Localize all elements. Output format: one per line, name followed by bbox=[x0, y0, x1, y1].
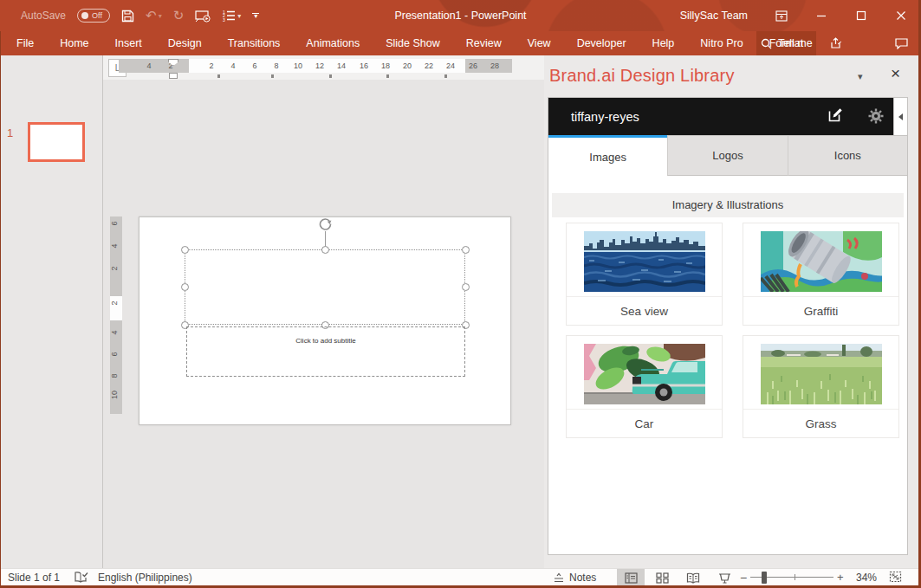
zoom-slider-thumb[interactable] bbox=[762, 572, 767, 584]
slide-show-button[interactable] bbox=[710, 569, 738, 586]
zoom-level[interactable]: 34% bbox=[856, 569, 877, 586]
collapse-pane-button[interactable] bbox=[893, 98, 907, 135]
ruler-number: 4 bbox=[110, 330, 122, 334]
save-icon[interactable] bbox=[121, 10, 134, 23]
ruler-tick bbox=[444, 74, 447, 78]
zoom-out-button[interactable]: − bbox=[740, 569, 747, 586]
svg-text:3: 3 bbox=[223, 17, 225, 23]
close-button[interactable] bbox=[886, 0, 916, 31]
workspace: 1 L 4 2 2 4 6 8 10 12 14 16 18 20 22 24 bbox=[0, 55, 921, 568]
normal-view-button[interactable] bbox=[617, 569, 645, 586]
ruler-row: L 4 2 2 4 6 8 10 12 14 16 18 20 22 24 26… bbox=[103, 55, 544, 80]
task-pane-title: Brand.ai Design Library bbox=[549, 66, 735, 86]
ruler-number: 24 bbox=[446, 59, 455, 73]
tab-icons[interactable]: Icons bbox=[788, 135, 907, 176]
tab-nitro-pro[interactable]: Nitro Pro bbox=[687, 31, 756, 55]
language-status[interactable]: English (Philippines) bbox=[98, 569, 192, 586]
customize-qat-icon[interactable]: ▾ bbox=[252, 13, 259, 18]
ribbon-display-options-icon[interactable] bbox=[767, 0, 796, 31]
tab-transitions[interactable]: Transitions bbox=[215, 31, 294, 55]
comment-icon[interactable] bbox=[895, 31, 908, 55]
task-pane-content: tiffany-reyes Images Lo bbox=[548, 97, 908, 555]
slide-counter[interactable]: Slide 1 of 1 bbox=[8, 569, 60, 586]
notes-icon[interactable] bbox=[553, 572, 565, 586]
left-indent-marker[interactable] bbox=[169, 73, 178, 79]
ruler-number: 20 bbox=[403, 59, 412, 73]
edit-icon[interactable] bbox=[827, 107, 843, 126]
resize-handle-nw[interactable] bbox=[181, 246, 189, 254]
status-bar: Slide 1 of 1 English (Philippines) Notes… bbox=[0, 568, 921, 585]
fit-to-window-icon[interactable] bbox=[889, 571, 902, 585]
autosave-state: Off bbox=[92, 11, 102, 20]
subtitle-prompt: Click to add subtitle bbox=[295, 337, 355, 345]
resize-handle-e[interactable] bbox=[462, 283, 470, 291]
tab-animations[interactable]: Animations bbox=[293, 31, 373, 55]
tab-help[interactable]: Help bbox=[639, 31, 688, 55]
tab-design[interactable]: Design bbox=[155, 31, 215, 55]
tab-home[interactable]: Home bbox=[47, 31, 101, 55]
ruler-number: 4 bbox=[146, 59, 151, 73]
autosave-label: AutoSave bbox=[21, 10, 66, 22]
tab-developer[interactable]: Developer bbox=[564, 31, 639, 55]
chevron-down-icon[interactable]: ▾ bbox=[858, 71, 863, 82]
zoom-slider-midpoint bbox=[795, 574, 795, 580]
reading-view-button[interactable] bbox=[679, 569, 707, 586]
quick-access-toolbar: AutoSave Off ↶▾ ↻ 123 ▾ ▾ bbox=[21, 0, 259, 31]
ruler-number: 14 bbox=[337, 59, 346, 73]
resize-handle-n[interactable] bbox=[321, 246, 329, 254]
ruler-number: 4 bbox=[230, 59, 235, 73]
numbered-list-icon[interactable]: 123 ▾ bbox=[222, 10, 241, 22]
ruler-number: 22 bbox=[425, 59, 433, 73]
slide-thumbnail-pane[interactable]: 1 bbox=[0, 55, 103, 568]
tab-logos[interactable]: Logos bbox=[667, 135, 788, 176]
tab-images[interactable]: Images bbox=[548, 135, 667, 176]
ruler-number: 12 bbox=[315, 59, 324, 73]
resize-handle-ne[interactable] bbox=[462, 246, 470, 254]
title-bar: AutoSave Off ↶▾ ↻ 123 ▾ ▾ Presentation1 … bbox=[0, 0, 921, 31]
account-name[interactable]: SillySac Team bbox=[680, 0, 748, 31]
card-label: Grass bbox=[743, 409, 898, 437]
ruler-tick bbox=[329, 74, 332, 78]
rotate-handle-icon[interactable] bbox=[318, 216, 333, 231]
subtitle-placeholder[interactable]: Click to add subtitle bbox=[186, 326, 465, 377]
slide-sorter-view-button[interactable] bbox=[648, 569, 676, 586]
start-slideshow-icon[interactable] bbox=[195, 10, 211, 23]
slide-thumbnail[interactable] bbox=[28, 122, 85, 162]
resize-handle-w[interactable] bbox=[181, 283, 189, 291]
tell-me-box[interactable]: Tell me bbox=[761, 31, 813, 55]
close-pane-icon[interactable]: × bbox=[891, 65, 900, 82]
card-grass[interactable]: Grass bbox=[743, 335, 899, 438]
tab-view[interactable]: View bbox=[515, 31, 564, 55]
autosave-toggle[interactable]: Off bbox=[77, 9, 110, 23]
tab-review[interactable]: Review bbox=[453, 31, 515, 55]
editing-area: L 4 2 2 4 6 8 10 12 14 16 18 20 22 24 26… bbox=[103, 55, 544, 568]
undo-icon[interactable]: ↶▾ bbox=[146, 8, 162, 23]
card-car[interactable]: Car bbox=[566, 335, 723, 438]
tab-file[interactable]: File bbox=[3, 31, 47, 55]
ruler-number: 10 bbox=[110, 391, 122, 399]
ruler-tick bbox=[386, 74, 389, 78]
title-placeholder-selected[interactable] bbox=[185, 249, 465, 325]
library-tabs: Images Logos Icons bbox=[548, 135, 907, 176]
card-label: Car bbox=[567, 409, 722, 437]
ruler-number: 10 bbox=[294, 59, 302, 73]
sea-view-image bbox=[584, 231, 705, 292]
minimize-button[interactable] bbox=[807, 0, 836, 31]
ruler-number: 28 bbox=[490, 59, 499, 73]
card-graffiti[interactable]: Graffiti bbox=[743, 223, 899, 326]
maximize-button[interactable] bbox=[846, 0, 876, 31]
redo-icon[interactable]: ↻ bbox=[173, 8, 185, 23]
ruler-tick bbox=[217, 74, 220, 78]
notes-button[interactable]: Notes bbox=[569, 569, 596, 586]
card-sea-view[interactable]: Sea view bbox=[566, 223, 723, 326]
spell-check-icon[interactable] bbox=[74, 571, 88, 586]
ruler-number: 18 bbox=[381, 59, 390, 73]
share-icon[interactable] bbox=[830, 31, 843, 55]
zoom-in-button[interactable]: + bbox=[837, 569, 844, 586]
tab-slide-show[interactable]: Slide Show bbox=[373, 31, 453, 55]
ruler-number: 2 bbox=[110, 300, 122, 305]
tab-insert[interactable]: Insert bbox=[102, 31, 155, 55]
user-bar: tiffany-reyes bbox=[548, 98, 893, 135]
gear-icon[interactable] bbox=[867, 107, 885, 128]
ruler-number: 8 bbox=[110, 373, 122, 378]
